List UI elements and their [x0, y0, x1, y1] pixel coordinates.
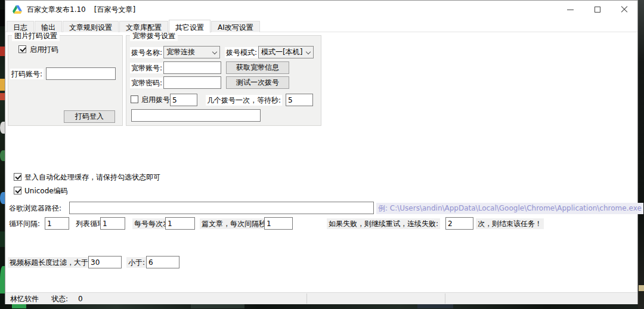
desktop-fragment	[12, 304, 26, 308]
tab-output[interactable]: 输出	[35, 21, 62, 32]
tab-ai-rewrite[interactable]: AI改写设置	[211, 21, 260, 32]
gap-seconds-input[interactable]	[264, 217, 293, 230]
test-dial-button[interactable]: 测试一次拨号	[226, 76, 289, 89]
dial-note-input[interactable]	[131, 109, 261, 122]
captcha-settings-group: 图片打码设置 启用打码 打码账号: 打码登入	[8, 35, 123, 126]
statusbar: 林忆软件 状态: 0	[5, 292, 637, 304]
dial-settings-group: 宽带拨号设置 拨号名称: 宽带连接 拨号模式: 模式一[本机] 宽带账号: 获取…	[126, 35, 321, 126]
chevron-down-icon	[306, 50, 311, 54]
app-window: 百家文章发布1.10 [百家号文章] 日志 输出 文章规则设置 文章库配置 其它…	[5, 0, 638, 304]
dial-mode-label: 拨号模式:	[225, 47, 258, 58]
tab-article-library[interactable]: 文章库配置	[119, 21, 168, 32]
broadband-account-input[interactable]	[163, 61, 221, 74]
broadband-account-label: 宽带账号:	[130, 63, 163, 73]
chrome-path-label: 谷歌浏览器路径:	[9, 203, 61, 213]
fail-count-input[interactable]	[445, 217, 473, 230]
chrome-path-input[interactable]	[69, 202, 374, 214]
fail-retry-label: 如果失败，则继续重试，连续失败:	[327, 218, 440, 229]
desktop-right-edge	[638, 0, 644, 309]
unicode-label: Unicode编码	[24, 186, 68, 196]
video-gt-input[interactable]	[88, 256, 122, 268]
cache-label: 登入自动化处理缓存，请保持勾选状态即可	[24, 172, 160, 182]
enable-dial-label: 启用拨号	[141, 95, 170, 104]
maximize-icon	[595, 7, 600, 13]
chevron-down-icon	[212, 50, 217, 54]
close-button[interactable]	[611, 1, 637, 18]
titlebar: 百家文章发布1.10 [百家号文章]	[5, 1, 637, 18]
desktop-bottom-edge	[0, 304, 644, 309]
loop-interval-input[interactable]	[45, 217, 69, 230]
window-subtitle: [百家号文章]	[94, 5, 135, 15]
window-title: 百家文章发布1.10	[27, 5, 86, 15]
tabstrip: 日志 输出 文章规则设置 文章库配置 其它设置 AI改写设置	[7, 19, 261, 32]
broadband-password-input[interactable]	[163, 76, 221, 89]
tab-log[interactable]: 日志	[7, 21, 34, 32]
dial-mode-dropdown[interactable]: 模式一[本机]	[258, 46, 314, 58]
per-account-input[interactable]	[165, 217, 195, 230]
video-title-filter-label: 视频标题长度过滤，大于:	[8, 257, 92, 268]
status-label: 状态:	[51, 294, 68, 304]
tab-article-rules[interactable]: 文章规则设置	[63, 21, 119, 32]
minimize-button[interactable]	[557, 1, 584, 18]
enable-dial-checkbox[interactable]	[131, 95, 138, 103]
dial-name-label: 拨号名称:	[130, 47, 163, 58]
dial-wait-label: 几个拨号一次，等待秒:	[206, 95, 282, 106]
dial-mode-value: 模式一[本机]	[261, 47, 302, 57]
gap-seconds-label: 篇文章，每次间隔秒:	[200, 218, 270, 229]
get-broadband-info-button[interactable]: 获取宽带信息	[226, 61, 289, 74]
dial-name-dropdown[interactable]: 宽带连接	[163, 46, 220, 58]
dial-wait-input[interactable]	[286, 94, 313, 106]
broadband-password-label: 宽带密码:	[130, 78, 163, 88]
tab-other-settings[interactable]: 其它设置	[169, 20, 210, 33]
app-icon	[13, 5, 22, 14]
minimize-icon	[567, 10, 574, 10]
maximize-button[interactable]	[584, 1, 611, 18]
captcha-login-button[interactable]: 打码登入	[64, 110, 115, 123]
loop-interval-label: 循环间隔:	[9, 219, 40, 228]
captcha-account-label: 打码账号:	[10, 69, 44, 79]
enable-captcha-label: 启用打码	[30, 45, 58, 54]
dial-name-value: 宽带连接	[166, 47, 195, 57]
list-loop-input[interactable]	[100, 217, 125, 230]
captcha-account-input[interactable]	[46, 67, 116, 80]
video-lt-input[interactable]	[146, 256, 179, 268]
brand-label: 林忆软件	[10, 294, 39, 304]
desktop-fragment	[639, 285, 644, 291]
dial-count-input[interactable]	[170, 94, 197, 106]
statusbar-divider	[445, 293, 445, 304]
cache-checkbox[interactable]	[14, 173, 21, 181]
desktop-fragment	[417, 304, 453, 308]
enable-captcha-checkbox[interactable]	[18, 45, 26, 53]
video-lt-label: 小于:	[126, 257, 147, 268]
fail-suffix-label: 次，则结束该任务！	[476, 218, 544, 229]
status-value: 0	[78, 294, 83, 304]
close-icon	[621, 6, 628, 13]
desktop-fragment	[191, 304, 244, 308]
unicode-checkbox[interactable]	[14, 187, 21, 194]
chrome-path-example: 例: C:\Users\andin\AppData\Local\Google\C…	[376, 203, 643, 214]
statusbar-divider	[306, 293, 307, 304]
